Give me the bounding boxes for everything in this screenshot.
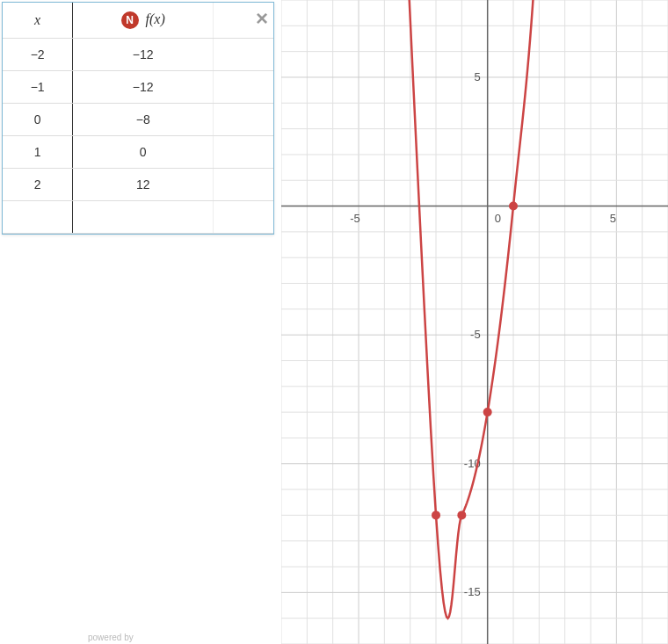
graph-area[interactable]: -5055-5-10-15 bbox=[281, 0, 668, 644]
svg-point-54 bbox=[509, 202, 518, 211]
table-row[interactable]: 0−8 bbox=[3, 104, 273, 136]
brand-icon: N bbox=[121, 11, 139, 29]
cell-fx[interactable]: −12 bbox=[73, 71, 214, 104]
close-icon[interactable]: × bbox=[256, 8, 268, 29]
powered-by-label: powered by bbox=[88, 633, 134, 642]
cell-fx[interactable]: −8 bbox=[73, 104, 214, 136]
cell-extra[interactable] bbox=[214, 104, 273, 136]
svg-point-52 bbox=[457, 510, 466, 519]
header-x: x bbox=[3, 3, 73, 39]
svg-text:5: 5 bbox=[610, 212, 616, 225]
table-row[interactable]: −2−12 bbox=[3, 39, 273, 71]
table-row[interactable]: 10 bbox=[3, 136, 273, 169]
cell-extra[interactable] bbox=[214, 201, 273, 234]
cell-x[interactable]: −1 bbox=[3, 71, 73, 104]
cell-x[interactable]: −2 bbox=[3, 39, 73, 71]
svg-point-51 bbox=[432, 510, 440, 519]
cell-fx[interactable] bbox=[73, 201, 214, 234]
header-fx-label: f(x) bbox=[146, 11, 165, 26]
cell-extra[interactable] bbox=[214, 71, 273, 104]
function-table: x N f(x) −2−12−1−120−810212 bbox=[3, 3, 273, 234]
table-row[interactable]: −1−12 bbox=[3, 71, 273, 104]
function-table-panel: × x N f(x) −2−12−1−120−810212 bbox=[2, 2, 274, 235]
cell-x[interactable] bbox=[3, 201, 73, 234]
svg-text:-5: -5 bbox=[470, 328, 481, 341]
cell-x[interactable]: 1 bbox=[3, 136, 73, 169]
cell-extra[interactable] bbox=[214, 136, 273, 169]
cell-fx[interactable]: 12 bbox=[73, 169, 214, 201]
cell-extra[interactable] bbox=[214, 39, 273, 71]
svg-text:-5: -5 bbox=[350, 212, 360, 225]
table-row[interactable]: 212 bbox=[3, 169, 273, 201]
svg-point-53 bbox=[483, 408, 492, 416]
cell-fx[interactable]: −12 bbox=[73, 39, 214, 71]
cell-fx[interactable]: 0 bbox=[73, 136, 214, 169]
svg-text:0: 0 bbox=[495, 212, 501, 225]
cell-x[interactable]: 2 bbox=[3, 169, 73, 201]
cell-x[interactable]: 0 bbox=[3, 104, 73, 136]
svg-text:-15: -15 bbox=[464, 585, 481, 598]
function-graph: -5055-5-10-15 bbox=[281, 0, 668, 644]
table-row[interactable] bbox=[3, 201, 273, 234]
header-fx: N f(x) bbox=[73, 3, 214, 39]
cell-extra[interactable] bbox=[214, 169, 273, 201]
svg-text:5: 5 bbox=[474, 70, 480, 83]
